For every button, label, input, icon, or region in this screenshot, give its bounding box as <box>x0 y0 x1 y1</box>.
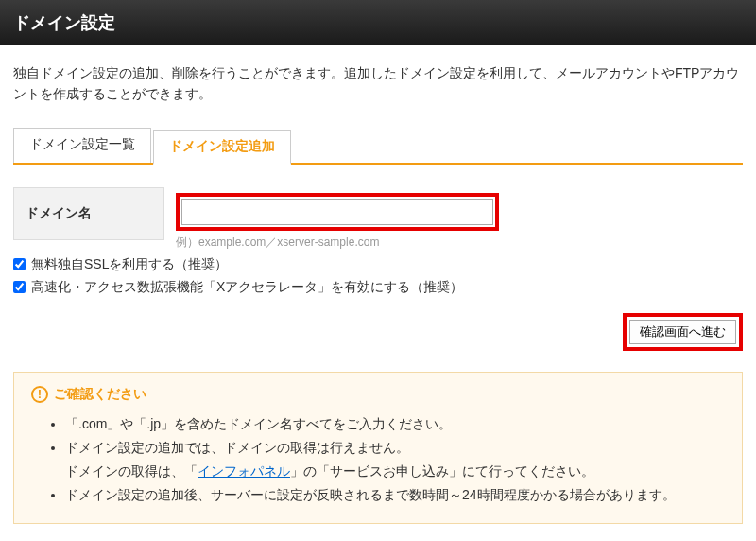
list-item: ドメイン設定の追加後、サーバーに設定が反映されるまで数時間～24時間程度かかる場… <box>65 483 725 507</box>
ssl-checkbox-row: 無料独自SSLを利用する（推奨） <box>13 256 743 273</box>
ssl-label: 無料独自SSLを利用する（推奨） <box>31 256 228 273</box>
infopanel-link[interactable]: インフォパネル <box>198 463 290 479</box>
submit-highlight-box: 確認画面へ進む <box>623 313 743 351</box>
domain-input[interactable] <box>181 199 493 225</box>
tab-domain-list[interactable]: ドメイン設定一覧 <box>13 128 151 163</box>
notice-title-row: ! ご確認ください <box>31 386 725 403</box>
page-header: ドメイン設定 <box>0 0 756 45</box>
ssl-checkbox[interactable] <box>13 258 26 270</box>
page-description: 独自ドメイン設定の追加、削除を行うことができます。追加したドメイン設定を利用して… <box>0 45 756 118</box>
notice-text: ドメイン設定の追加では、ドメインの取得は行えません。 <box>65 440 409 455</box>
confirm-button[interactable]: 確認画面へ進む <box>629 320 736 344</box>
domain-example-text: 例）example.com／xserver-sample.com <box>176 235 743 251</box>
domain-input-cell: 例）example.com／xserver-sample.com <box>164 187 743 251</box>
xaccel-checkbox[interactable] <box>13 281 26 293</box>
list-item: 「.com」や「.jp」を含めたドメイン名すべてをご入力ください。 <box>65 412 725 436</box>
xaccel-label: 高速化・アクセス数拡張機能「Xアクセラレータ」を有効にする（推奨） <box>31 279 463 296</box>
notice-list: 「.com」や「.jp」を含めたドメイン名すべてをご入力ください。 ドメイン設定… <box>31 412 725 508</box>
notice-text: ドメイン設定の追加後、サーバーに設定が反映されるまで数時間～24時間程度かかる場… <box>65 487 676 502</box>
page-title: ドメイン設定 <box>13 13 115 32</box>
notice-box: ! ご確認ください 「.com」や「.jp」を含めたドメイン名すべてをご入力くだ… <box>13 372 743 524</box>
tabs: ドメイン設定一覧 ドメイン設定追加 <box>13 128 743 165</box>
notice-subtext: ドメインの取得は、「インフォパネル」の「サービスお申し込み」にて行ってください。 <box>65 460 725 483</box>
notice-title: ご確認ください <box>54 386 146 403</box>
confirm-button-label: 確認画面へ進む <box>640 324 726 339</box>
domain-label: ドメイン名 <box>13 187 164 240</box>
tab-label: ドメイン設定一覧 <box>29 136 135 151</box>
input-highlight-box <box>176 193 499 231</box>
notice-text: 「.com」や「.jp」を含めたドメイン名すべてをご入力ください。 <box>65 416 452 431</box>
xaccel-checkbox-row: 高速化・アクセス数拡張機能「Xアクセラレータ」を有効にする（推奨） <box>13 279 743 296</box>
list-item: ドメイン設定の追加では、ドメインの取得は行えません。 ドメインの取得は、「インフ… <box>65 436 725 483</box>
submit-row: 確認画面へ進む <box>13 313 743 351</box>
domain-form-row: ドメイン名 例）example.com／xserver-sample.com <box>13 187 743 251</box>
tab-label: ドメイン設定追加 <box>169 138 275 153</box>
tab-domain-add[interactable]: ドメイン設定追加 <box>153 130 291 165</box>
warning-icon: ! <box>31 386 48 403</box>
